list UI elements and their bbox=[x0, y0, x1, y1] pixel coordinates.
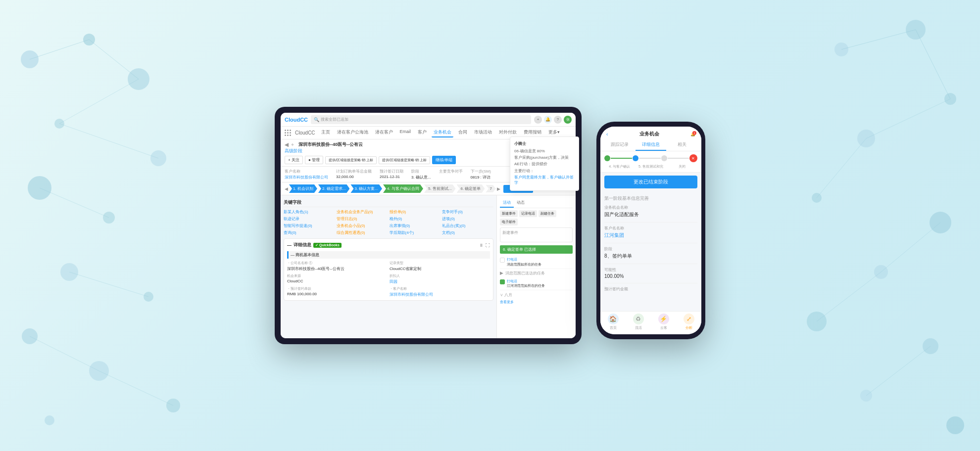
add-icon[interactable]: + bbox=[534, 116, 542, 124]
stage-6[interactable]: 6. 确定签单 bbox=[457, 184, 485, 193]
transfer2-button[interactable]: 提供/区域链接是策略·销·上标 bbox=[379, 156, 430, 164]
detail-header: — 详细信息 ✓ QuickBooks ⏸ ⛶ bbox=[287, 242, 490, 248]
link-competitor[interactable]: 竞争对手(0) bbox=[442, 209, 493, 215]
phone-action-button[interactable]: 更改已结束阶段 bbox=[604, 176, 697, 188]
svg-point-22 bbox=[906, 20, 926, 40]
link-attendance[interactable]: 出席事情(0) bbox=[390, 223, 441, 228]
checkbox-1[interactable] bbox=[500, 258, 505, 263]
phone-nav-cloud[interactable]: ⚡ 云客 bbox=[651, 314, 676, 330]
tab-dynamic[interactable]: 动态 bbox=[514, 198, 528, 208]
phone-stage: ✕ 4. 与客户确认 5. 售前测试和完 关闭 bbox=[600, 151, 701, 173]
nav-opportunities[interactable]: 业务机会 bbox=[432, 128, 453, 137]
expand-icon[interactable]: ⛶ bbox=[486, 243, 490, 248]
stage-7[interactable]: 7 bbox=[486, 185, 495, 192]
link-items[interactable]: 进项(0) bbox=[442, 216, 493, 222]
tablet-device: CloudCC 🔍 搜索全部已追加 + 🔔 ? 张 bbox=[275, 107, 582, 344]
activity-link-2[interactable]: 打电话 bbox=[507, 279, 545, 284]
stage-3[interactable]: 3. 确认方案... bbox=[350, 184, 382, 193]
nav-contracts[interactable]: 合同 bbox=[456, 128, 469, 137]
link-period[interactable]: 学后期款(4个) bbox=[390, 230, 441, 235]
link-extra[interactable]: 格外(0) bbox=[390, 216, 441, 222]
link-track[interactable]: 轨迹记录 bbox=[284, 216, 335, 222]
stage-2[interactable]: 2. 确定需求... bbox=[318, 184, 350, 193]
nav-accounts[interactable]: 客户 bbox=[416, 128, 429, 137]
customer-link[interactable]: 深圳市科技股份有限公司 bbox=[285, 175, 328, 180]
phone-field-customer: 客户名名称 江河集团 bbox=[604, 226, 697, 239]
activity-input[interactable]: 新建事件 bbox=[500, 227, 573, 242]
info-stage: 阶段 3. 确认意... bbox=[411, 169, 431, 180]
manage-button[interactable]: ● 管理 bbox=[305, 156, 323, 164]
record-call-btn[interactable]: 记录电话 bbox=[519, 210, 537, 217]
star-icon[interactable]: ✦ bbox=[291, 142, 294, 147]
see-more-link[interactable]: 查看更多 bbox=[500, 300, 573, 305]
svg-point-29 bbox=[923, 338, 938, 354]
svg-point-6 bbox=[103, 212, 115, 224]
expand-arrow[interactable]: ▶ bbox=[500, 271, 503, 275]
nav-home[interactable]: 主页 bbox=[319, 128, 332, 137]
user-avatar[interactable]: 张 bbox=[564, 116, 572, 124]
phone-customer-link[interactable]: 江河集团 bbox=[604, 232, 697, 239]
svg-point-1 bbox=[83, 34, 95, 45]
phone-stage-bar: ✕ bbox=[604, 154, 697, 162]
info-next: 下一步(SM) 0819 : 详访 bbox=[471, 169, 491, 180]
info-customer: 客户名称 深圳市科技股份有限公司 bbox=[285, 169, 328, 180]
link-quotes[interactable]: 报价单(0) bbox=[390, 209, 441, 215]
detail-title: 详细信息 bbox=[294, 242, 311, 248]
popup-name: 小骑士 bbox=[514, 141, 575, 146]
link-docs[interactable]: 文档(0) bbox=[442, 230, 493, 235]
stage-5[interactable]: 5. 售前测试... bbox=[424, 184, 456, 193]
continue-button[interactable]: 继续/单端 bbox=[432, 156, 456, 164]
topbar-search[interactable]: 🔍 搜索全部已追加 bbox=[311, 115, 531, 124]
checkbox-2[interactable] bbox=[500, 279, 505, 284]
phone-section-title: 第一阶段基本信息完善 bbox=[604, 195, 697, 202]
pause-icon[interactable]: ⏸ bbox=[479, 243, 484, 248]
nav-email[interactable]: Email bbox=[398, 128, 413, 137]
svg-point-7 bbox=[60, 263, 78, 281]
follow-button[interactable]: + 关注 bbox=[285, 156, 303, 164]
svg-line-37 bbox=[817, 272, 881, 321]
nav-brand: CloudCC bbox=[295, 130, 315, 135]
phone-back-button[interactable]: ‹ bbox=[606, 132, 608, 137]
phone-device: ‹ 业务机会 🔔 1 跟踪记录 详细信息 相关 bbox=[596, 122, 705, 339]
field-account: ・客户名称 深圳市科技股份有限公司 bbox=[390, 286, 490, 297]
stage-prev[interactable]: ◀ bbox=[285, 186, 288, 191]
activity-text-1: 打电话 消息范围如所在的任务 bbox=[507, 257, 541, 267]
content-left: 关键字段 影某人角色(1) 业务机会业务产品(0) 报价单(0) 竞争对手(0)… bbox=[281, 195, 496, 338]
link-roles[interactable]: 影某人角色(1) bbox=[284, 209, 335, 215]
transfer-button[interactable]: 提供/区域链接是策略·销·上标 bbox=[325, 156, 377, 164]
back-arrow[interactable]: ◀ bbox=[285, 142, 289, 147]
activity-link-1[interactable]: 打电话 bbox=[507, 257, 541, 262]
phone-tab-detail[interactable]: 详细信息 bbox=[636, 139, 667, 151]
link-management-log[interactable]: 管理日志(0) bbox=[337, 216, 388, 222]
detail-expand-icon[interactable]: — bbox=[287, 243, 292, 248]
phone-field-probability: 可能性 100.00% bbox=[604, 267, 697, 279]
link-sub-opp[interactable]: 业务机会小品(0) bbox=[337, 223, 388, 228]
svg-line-16 bbox=[59, 124, 158, 158]
stage-close: ✕ bbox=[689, 154, 697, 162]
account-link[interactable]: 深圳市科技股份有限公司 bbox=[390, 292, 490, 297]
nav-customers[interactable]: 潜在客户 bbox=[373, 128, 395, 137]
owner-link[interactable]: 田园 bbox=[390, 279, 490, 284]
nav-campaigns[interactable]: 市场活动 bbox=[472, 128, 494, 137]
stage-4[interactable]: 4. 与客户确认合同 bbox=[383, 184, 423, 193]
link-query[interactable]: 查询(0) bbox=[284, 230, 335, 235]
question-icon[interactable]: ? bbox=[554, 116, 562, 124]
stage-1[interactable]: 1. 机会识别 bbox=[289, 184, 317, 193]
link-smart-write[interactable]: 智能写作提速(0) bbox=[284, 223, 335, 228]
phone-tab-history[interactable]: 跟踪记录 bbox=[604, 139, 636, 151]
new-task-btn[interactable]: 副建任务 bbox=[539, 210, 556, 217]
tab-activity[interactable]: 活动 bbox=[500, 198, 514, 208]
link-comprehensive[interactable]: 综合属性通透(0) bbox=[337, 230, 388, 235]
notification-icon[interactable]: 🔔 bbox=[544, 116, 552, 124]
email-btn[interactable]: 电子邮件 bbox=[500, 219, 518, 226]
link-gift[interactable]: 礼品台(奖)(0) bbox=[442, 223, 493, 228]
link-products[interactable]: 业务机会业务产品(0) bbox=[337, 209, 388, 215]
phone-nav-share[interactable]: ⤢ 分析 bbox=[676, 314, 701, 330]
stage-next[interactable]: ▶ bbox=[497, 186, 500, 191]
phone-nav-flow[interactable]: ♻ 流活 bbox=[626, 314, 651, 330]
phone-nav-home[interactable]: 🏠 首页 bbox=[600, 314, 626, 330]
nav-prospects[interactable]: 潜在客户公海池 bbox=[335, 128, 370, 137]
new-event-btn[interactable]: 新建事件 bbox=[500, 210, 518, 217]
phone-tab-related[interactable]: 相关 bbox=[666, 139, 697, 151]
phone-divider-2 bbox=[604, 243, 697, 243]
